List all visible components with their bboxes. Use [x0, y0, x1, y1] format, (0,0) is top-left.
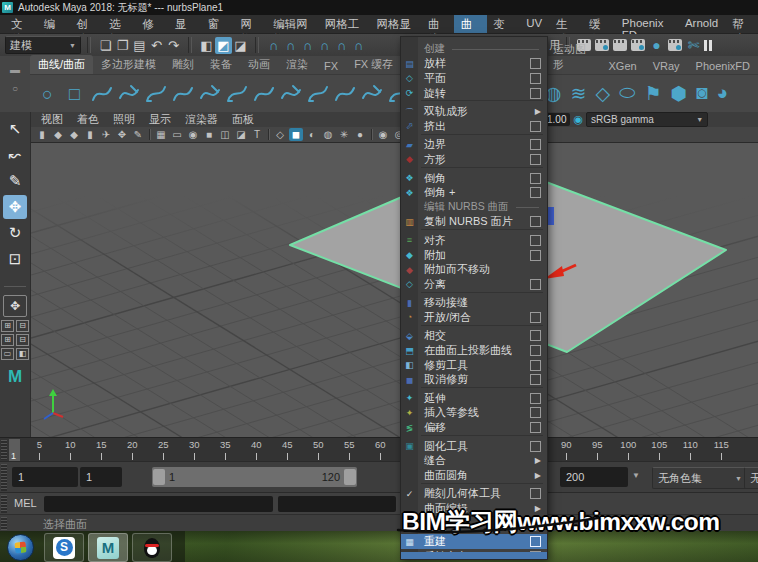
menu-item-旋转[interactable]: ⟳旋转 [401, 86, 547, 101]
layout-two-pane-stacked[interactable]: ⊟ [16, 334, 29, 346]
menubar-item-选择[interactable]: 选择 [102, 15, 135, 33]
layout-persp-outliner[interactable]: ⊟ [16, 320, 29, 332]
menu-item-相交[interactable]: ⬙相交 [401, 329, 547, 344]
bevel-plus-icon[interactable]: ◕ [717, 82, 728, 104]
menubar-item-显示[interactable]: 显示 [168, 15, 201, 33]
option-box-icon[interactable] [530, 88, 541, 99]
select-hierarchy-icon[interactable]: ◧ [198, 37, 215, 54]
menu-set-dropdown[interactable]: 建模 ▼ [5, 36, 81, 54]
shelf-tab-曲线/曲面[interactable]: 曲线/曲面 [30, 55, 93, 74]
menu-item-复制 NURBS 面片[interactable]: ▥复制 NURBS 面片 [401, 215, 547, 230]
menubar-item-修改[interactable]: 修改 [135, 15, 168, 33]
option-box-icon[interactable] [530, 345, 541, 356]
shelf-tab-VRay[interactable]: VRay [645, 58, 688, 74]
layout-four-pane[interactable]: ⊞ [1, 320, 14, 332]
menubar-item-UV[interactable]: UV [519, 15, 549, 33]
curve-fillet-icon[interactable] [252, 81, 275, 107]
menu-item-延伸[interactable]: ✦延伸 [401, 391, 547, 406]
paint-select-tool[interactable]: ✎ [3, 169, 27, 193]
save-scene-icon[interactable]: ▤ [131, 37, 148, 54]
menubar-item-Arnold[interactable]: Arnold [678, 15, 725, 33]
nurbs-circle-icon[interactable]: ○ [36, 81, 59, 107]
detach-curve-icon[interactable] [306, 81, 329, 107]
snap-point-icon[interactable]: ∩ [299, 37, 316, 54]
menu-item-雕刻几何体工具[interactable]: ✓雕刻几何体工具 [401, 487, 547, 502]
shelf-gear-icon[interactable]: ○ [12, 83, 18, 94]
shadows-icon[interactable]: ✳ [337, 128, 351, 141]
screen-space-ao-icon[interactable]: ● [353, 128, 367, 141]
menu-item-修剪工具[interactable]: ◧修剪工具 [401, 358, 547, 373]
color-management-icon[interactable]: ◉ [573, 113, 583, 126]
snap-grid-icon[interactable]: ∩ [265, 37, 282, 54]
menubar-item-创建[interactable]: 创建 [70, 15, 103, 33]
menu-item-曲面圆角[interactable]: 曲面圆角▶ [401, 468, 547, 483]
motion-blur-icon[interactable]: ◉ [376, 128, 390, 141]
playback-start-field[interactable]: 1 [80, 467, 122, 487]
menubar-item-生成[interactable]: 生成 [549, 15, 582, 33]
lasso-tool[interactable]: ↜ [3, 143, 27, 167]
time-slider[interactable]: 1 51015202530354045505560657075808590951… [0, 437, 758, 462]
menubar-item-编辑[interactable]: 编辑 [37, 15, 70, 33]
image-plane-icon[interactable]: ✈ [99, 128, 113, 141]
2d-pan-zoom-icon[interactable]: ✥ [115, 128, 129, 141]
character-set-dropdown[interactable]: 无角色集 ▼ [652, 467, 748, 489]
curve-arc-icon[interactable] [279, 81, 302, 107]
layout-persp-graph[interactable]: ▭ [1, 348, 14, 360]
menu-item-分离[interactable]: ◇分离 [401, 277, 547, 292]
menu-item-开放/闭合[interactable]: ◔开放/闭合 [401, 310, 547, 325]
snap-projected-center-icon[interactable]: ∩ [316, 37, 333, 54]
menubar-item-编辑网格[interactable]: 编辑网格 [266, 15, 318, 33]
panel-menu-视图[interactable]: 视图 [35, 112, 69, 127]
select-tool[interactable]: ↖ [3, 117, 27, 141]
panel-menu-着色[interactable]: 着色 [71, 112, 105, 127]
menu-item-附加[interactable]: ◆附加 [401, 248, 547, 263]
menu-item-圆化工具[interactable]: ▣圆化工具 [401, 439, 547, 454]
menu-item-附加而不移动[interactable]: ◆附加而不移动 [401, 262, 547, 277]
option-box-icon[interactable] [530, 374, 541, 385]
select-camera-icon[interactable]: ▮ [35, 128, 49, 141]
shelf-tab-动画[interactable]: 动画 [240, 55, 278, 74]
revolve-icon[interactable]: ≋ [571, 82, 587, 105]
option-box-icon[interactable] [530, 173, 541, 184]
menu-item-取消修剪[interactable]: ◼取消修剪 [401, 372, 547, 387]
bookmark-icon[interactable]: ▮ [83, 128, 97, 141]
undo-icon[interactable]: ↶ [148, 37, 165, 54]
range-slider[interactable]: 1 120 [152, 467, 357, 487]
shelf-tab-FX 缓存[interactable]: FX 缓存 [346, 55, 401, 74]
range-end-handle[interactable] [344, 469, 356, 485]
greasepencil-icon[interactable]: ✎ [131, 128, 145, 141]
select-component-icon[interactable]: ◪ [232, 37, 249, 54]
menubar-item-窗口[interactable]: 窗口 [201, 15, 234, 33]
option-box-icon[interactable] [530, 58, 541, 69]
option-box-icon[interactable] [530, 216, 541, 227]
viewport-panel[interactable]: 视图着色照明显示渲染器面板 ▮◆◆▮✈✥✎▦▭◉■◫◪T◇◼◐◍✳●◉◎ 1.0… [30, 112, 758, 437]
shelf-tab-XGen[interactable]: XGen [601, 58, 645, 74]
anim-layer-dropdown[interactable]: 无 [744, 467, 758, 489]
chevron-down-icon[interactable]: ▼ [632, 471, 640, 480]
panel-menu-显示[interactable]: 显示 [143, 112, 177, 127]
extrude-icon[interactable]: ⬭ [619, 82, 635, 104]
shelf-tab-雕刻[interactable]: 雕刻 [164, 55, 202, 74]
menu-item-偏移[interactable]: ≶偏移 [401, 420, 547, 435]
option-box-icon[interactable] [530, 154, 541, 165]
menubar-item-曲线[interactable]: 曲线 [421, 15, 454, 33]
menu-item-边界[interactable]: ▰边界 [401, 138, 547, 153]
scale-tool[interactable]: ⊡ [3, 247, 27, 271]
snap-view-plane-icon[interactable]: ∩ [333, 37, 350, 54]
layout-two-pane-side[interactable]: ⊞ [1, 334, 14, 346]
menu-item-对齐[interactable]: ≡对齐 [401, 233, 547, 248]
option-box-icon[interactable] [530, 488, 541, 499]
lock-camera-icon[interactable]: ◆ [51, 128, 65, 141]
redo-icon[interactable]: ↷ [165, 37, 182, 54]
mel-label[interactable]: MEL [14, 497, 37, 509]
use-all-lights-icon[interactable]: ◍ [321, 128, 335, 141]
animation-end-field[interactable]: 200 [560, 467, 628, 487]
make-live-icon[interactable]: ∩ [350, 37, 367, 54]
menu-item-倒角 +[interactable]: ❖倒角 + [401, 185, 547, 200]
curve-tool-icon[interactable] [171, 81, 194, 107]
menubar-item-Phoenix FD[interactable]: Phoenix FD [615, 15, 678, 33]
shelf-menu-icon[interactable]: ▬ [10, 64, 20, 75]
film-gate-icon[interactable]: ▭ [170, 128, 184, 141]
shelf-tab-多边形建模[interactable]: 多边形建模 [93, 55, 164, 74]
planar-icon[interactable]: ◇ [596, 82, 611, 105]
